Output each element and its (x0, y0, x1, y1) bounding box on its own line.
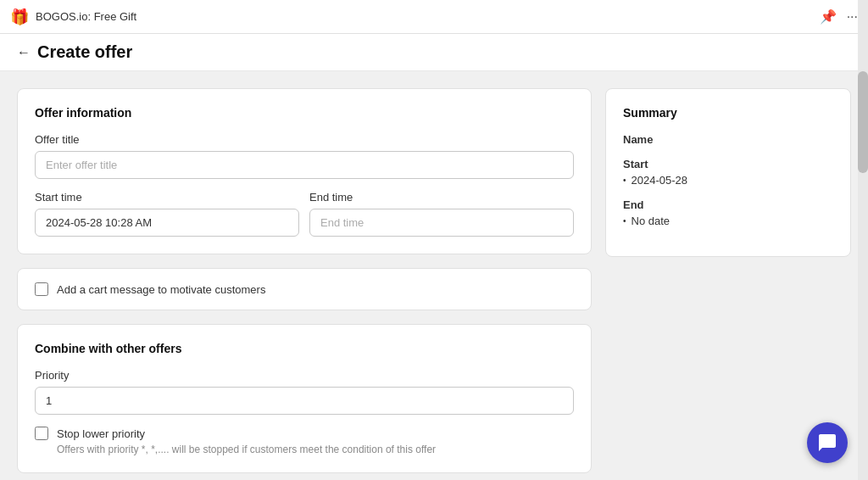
summary-start-section: Start • 2024-05-28 (623, 158, 833, 187)
top-bar-right: 📌 ··· (820, 8, 858, 25)
start-time-input[interactable] (35, 209, 299, 237)
summary-start-label: Start (623, 158, 833, 170)
offer-title-input[interactable] (35, 151, 574, 179)
start-time-label: Start time (35, 191, 299, 204)
start-time-group: Start time (35, 191, 299, 237)
scrollbar-thumb[interactable] (858, 71, 868, 173)
offer-information-title: Offer information (35, 106, 574, 120)
chat-icon (817, 433, 837, 453)
end-time-group: End time (309, 191, 574, 237)
app-title: BOGOS.io: Free Gift (36, 10, 136, 23)
time-row: Start time End time (35, 191, 574, 237)
stop-priority-description: Offers with priority *, *,.... will be s… (35, 444, 574, 455)
summary-start-bullet: • (623, 176, 626, 185)
summary-card: Summary Name Start • 2024-05-28 End • No… (605, 88, 851, 257)
app-icon: 🎁 (10, 8, 29, 26)
summary-end-label: End (623, 198, 833, 211)
offer-title-group: Offer title (35, 133, 574, 179)
back-button[interactable]: ← (17, 45, 31, 60)
combine-offers-title: Combine with other offers (35, 342, 574, 355)
chat-button[interactable] (807, 422, 848, 463)
summary-name-section: Name (623, 133, 833, 146)
offer-title-label: Offer title (35, 133, 574, 146)
top-bar: 🎁 BOGOS.io: Free Gift 📌 ··· (0, 0, 868, 34)
stop-priority-row: Stop lower priority Offers with priority… (35, 427, 574, 455)
page-title: Create offer (37, 42, 132, 62)
summary-end-value: No date (632, 215, 670, 227)
combine-offers-card: Combine with other offers Priority Stop … (17, 324, 592, 473)
left-panel: Offer information Offer title Start time… (17, 88, 592, 463)
end-time-input[interactable] (309, 209, 574, 237)
summary-end-bullet: • (623, 216, 626, 226)
priority-input[interactable] (35, 387, 574, 415)
offer-information-card: Offer information Offer title Start time… (17, 88, 592, 254)
content-area: Offer information Offer title Start time… (0, 71, 868, 480)
cart-message-checkbox[interactable] (35, 282, 48, 296)
summary-start-item: • 2024-05-28 (623, 174, 833, 187)
priority-label: Priority (35, 369, 574, 382)
top-bar-left: 🎁 BOGOS.io: Free Gift (10, 8, 136, 26)
stop-priority-checkbox[interactable] (35, 427, 48, 440)
right-panel: Summary Name Start • 2024-05-28 End • No… (605, 88, 851, 463)
cart-message-label: Add a cart message to motivate customers (57, 283, 265, 296)
summary-end-item: • No date (623, 215, 833, 227)
end-time-label: End time (309, 191, 574, 204)
summary-start-value: 2024-05-28 (632, 174, 688, 187)
stop-priority-top: Stop lower priority (35, 427, 574, 440)
cart-message-card: Add a cart message to motivate customers (17, 268, 592, 310)
summary-end-section: End • No date (623, 198, 833, 227)
page-header: ← Create offer (0, 34, 868, 71)
summary-name-label: Name (623, 133, 833, 146)
summary-title: Summary (623, 106, 833, 120)
scrollbar-track (858, 0, 868, 480)
priority-group: Priority (35, 369, 574, 415)
pin-icon[interactable]: 📌 (820, 8, 837, 25)
more-icon[interactable]: ··· (847, 9, 858, 25)
stop-priority-label: Stop lower priority (57, 427, 145, 440)
